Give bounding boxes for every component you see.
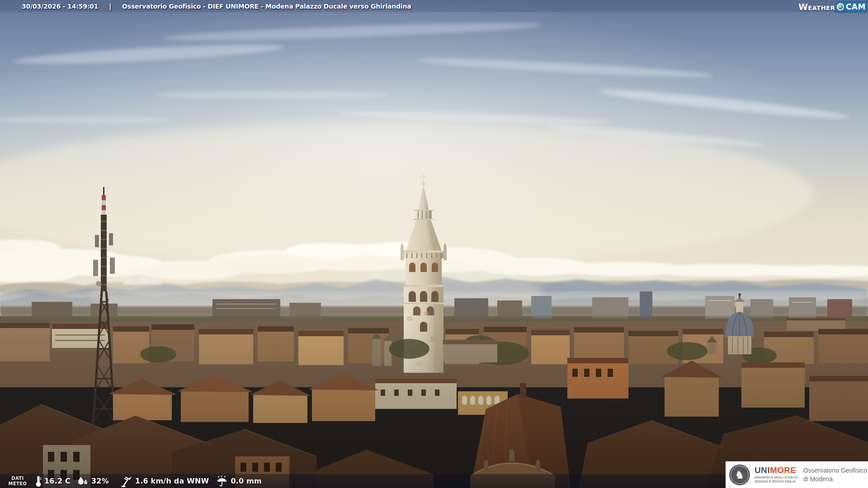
humidity-value: 32% <box>91 477 109 485</box>
top-overlay-bar: 30/03/2026 - 14:59:01 | Osservatorio Geo… <box>0 0 868 12</box>
brand-uni-text: UNI <box>755 465 770 475</box>
seal-knight-glyph: ♞ <box>735 469 745 480</box>
weathercam-weather-text: Weather <box>798 2 835 12</box>
datetime-text: 30/03/2026 - 14:59:01 <box>22 3 98 10</box>
humidity-reading: 32% <box>77 476 109 487</box>
water-drops-icon <box>77 476 89 487</box>
weathercam-cam-text: CAM <box>846 2 866 11</box>
brand-subtitle-line1: UNIVERSITÀ DEGLI STUDI DI <box>755 476 798 479</box>
separator: | <box>109 3 111 10</box>
dati-meteo-label: DATI METEO <box>7 476 28 486</box>
foreground-rooftops <box>0 293 868 488</box>
wind-reading: 1.6 km/h da WNW <box>120 475 209 487</box>
weathercam-cam-badge: CAM <box>835 1 868 12</box>
camera-title: Osservatorio Geofisico - DIEF UNIMORE - … <box>122 3 411 10</box>
rain-value: 0.0 mm <box>231 477 261 485</box>
rain-reading: 0.0 mm <box>216 475 261 487</box>
temperature-reading: 16.2 C <box>35 475 71 487</box>
brand-more-text: MORE <box>770 465 797 475</box>
webcam-photo <box>0 0 868 488</box>
brand-subtitle-line2: MODENA E REGGIO EMILIA <box>755 480 798 483</box>
umbrella-rain-icon <box>216 475 228 487</box>
wind-value: 1.6 km/h da WNW <box>135 477 209 485</box>
camera-lens-icon <box>837 3 844 10</box>
unimore-seal-icon: ♞ <box>729 465 750 485</box>
webcam-frame: 30/03/2026 - 14:59:01 | Osservatorio Geo… <box>0 0 868 488</box>
weathercam-logo: Weather CAM <box>798 1 868 12</box>
thermometer-icon <box>35 475 42 487</box>
wind-vane-icon <box>120 475 132 487</box>
unimore-footer: ♞ UNIMORE UNIVERSITÀ DEGLI STUDI DI MODE… <box>726 461 868 488</box>
temperature-value: 16.2 C <box>44 477 71 485</box>
unimore-brand: UNIMORE UNIVERSITÀ DEGLI STUDI DI MODENA… <box>755 466 798 483</box>
observatory-name: Osservatorio Geofisico di Modena <box>803 466 868 483</box>
